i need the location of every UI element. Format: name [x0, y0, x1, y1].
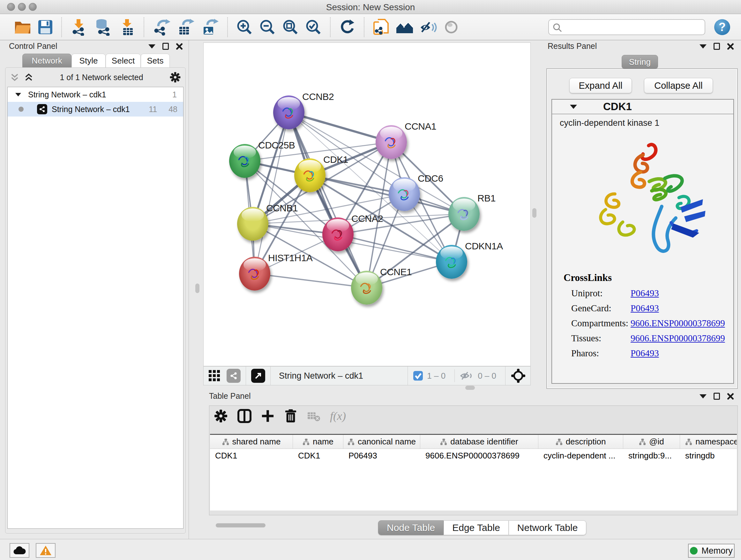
open-in-window-icon[interactable]	[251, 369, 265, 383]
network-node-HIST1H1A[interactable]	[239, 257, 270, 291]
tab-edge-table[interactable]: Edge Table	[444, 520, 509, 535]
show-all-levels-icon[interactable]	[396, 18, 414, 36]
tree-expand-icon[interactable]	[15, 93, 21, 97]
network-icon	[37, 104, 47, 114]
tab-network[interactable]: Network	[22, 54, 71, 68]
export-table-icon[interactable]	[177, 18, 195, 36]
show-hidden-icon[interactable]	[444, 18, 459, 36]
table-cell[interactable]: cyclin-dependent ...	[538, 449, 623, 462]
panel-menu-icon[interactable]	[699, 44, 706, 49]
tab-select[interactable]: Select	[106, 54, 141, 68]
network-tree: String Network – cdk1 1 String Network –…	[7, 87, 184, 529]
memory-button[interactable]: Memory	[688, 544, 735, 558]
gene-collapse-icon[interactable]	[570, 105, 577, 109]
import-table-icon[interactable]	[118, 18, 135, 36]
zoom-in-icon[interactable]	[236, 18, 253, 36]
tab-string[interactable]: String	[622, 55, 658, 69]
table-cell[interactable]: 9606.ENSP00000378699	[420, 449, 538, 462]
panel-float-icon[interactable]	[714, 43, 720, 50]
panel-menu-icon[interactable]	[148, 44, 155, 49]
network-share-icon[interactable]	[226, 369, 241, 383]
column-type-icon	[222, 438, 229, 445]
network-node-RB1[interactable]	[448, 197, 480, 231]
open-session-icon[interactable]	[14, 18, 31, 36]
export-image-icon[interactable]	[201, 18, 219, 36]
panel-float-icon[interactable]	[162, 43, 169, 50]
collapse-all-networks-icon[interactable]	[10, 73, 19, 82]
fit-target-icon[interactable]	[511, 368, 526, 383]
crosslink-link[interactable]: 9606.ENSP00000378699	[630, 318, 725, 328]
expand-all-networks-icon[interactable]	[24, 73, 33, 82]
automation-cloud-button[interactable]	[10, 543, 29, 558]
network-node-CDC6[interactable]	[389, 177, 420, 211]
warnings-button[interactable]	[36, 543, 56, 558]
network-node-CCNE1[interactable]	[351, 271, 382, 305]
zoom-fit-icon[interactable]	[282, 18, 299, 36]
column-header-database-identifier[interactable]: database identifier	[420, 435, 538, 449]
tab-node-table[interactable]: Node Table	[378, 520, 444, 535]
table-row[interactable]: CDK1CDK1P064939606.ENSP00000378699cyclin…	[210, 449, 737, 462]
network-options-gear-icon[interactable]	[170, 71, 181, 83]
table-cell[interactable]: P06493	[343, 449, 420, 462]
column-header-name[interactable]: name	[293, 435, 343, 449]
network-node-CCNB1[interactable]	[237, 207, 268, 241]
clone-network-icon[interactable]	[373, 18, 389, 36]
table-cell[interactable]: CDK1	[293, 449, 343, 462]
network-node-CCNA2[interactable]	[322, 217, 354, 251]
splitter-handle-bottom[interactable]	[465, 386, 475, 390]
column-header--id[interactable]: @id	[623, 435, 680, 449]
splitter-handle-right[interactable]	[532, 208, 536, 218]
help-icon[interactable]: ?	[714, 19, 730, 35]
network-canvas[interactable]: CCNB2CCNA1CDC25BCDK1CDC6RB1CCNB1CCNA2CDK…	[203, 43, 531, 366]
selected-nodes-checkbox-icon[interactable]	[413, 371, 423, 381]
node-table[interactable]: shared namenamecanonical namedatabase id…	[210, 434, 737, 510]
crosslink-link[interactable]: P06493	[630, 288, 659, 299]
hide-selected-icon[interactable]	[420, 18, 437, 36]
table-options-gear-icon[interactable]	[214, 409, 228, 423]
import-network-database-icon[interactable]	[94, 18, 112, 36]
delete-column-icon[interactable]	[284, 409, 297, 423]
zoom-selected-icon[interactable]	[305, 18, 322, 36]
tab-sets[interactable]: Sets	[141, 54, 170, 68]
search-input[interactable]	[565, 20, 699, 33]
network-collection-row[interactable]: String Network – cdk1 1	[8, 87, 183, 102]
tab-network-table[interactable]: Network Table	[509, 520, 587, 535]
table-cell[interactable]: stringdb	[680, 449, 737, 462]
show-columns-icon[interactable]	[238, 409, 252, 423]
birdseye-grid-icon[interactable]	[208, 369, 221, 382]
column-header-namespace[interactable]: namespace	[680, 435, 737, 449]
crosslink-link[interactable]: P06493	[630, 348, 659, 359]
table-horizontal-scrollbar[interactable]	[216, 523, 266, 527]
export-network-icon[interactable]	[152, 18, 171, 36]
column-header-canonical-name[interactable]: canonical name	[343, 435, 420, 449]
column-header-shared-name[interactable]: shared name	[210, 435, 293, 449]
network-node-CDK1[interactable]	[294, 159, 326, 192]
crosslink-link[interactable]: 9606.ENSP00000378699	[630, 333, 725, 344]
crosslink-row: Tissues: 9606.ENSP00000378699	[571, 333, 733, 344]
panel-close-icon[interactable]	[727, 393, 734, 400]
network-node-CDKN1A[interactable]	[436, 245, 467, 279]
crosslink-link[interactable]: P06493	[630, 303, 659, 314]
splitter-handle-left[interactable]	[195, 284, 199, 293]
expand-all-button[interactable]: Expand All	[569, 78, 632, 93]
create-column-icon[interactable]	[261, 409, 274, 423]
panel-close-icon[interactable]	[176, 43, 183, 50]
network-row-selected[interactable]: String Network – cdk1 11 48	[8, 102, 183, 117]
panel-close-icon[interactable]	[727, 43, 734, 50]
titlebar: Session: New Session	[0, 0, 741, 14]
tab-style[interactable]: Style	[71, 54, 106, 68]
panel-menu-icon[interactable]	[699, 394, 706, 398]
panel-float-icon[interactable]	[714, 393, 720, 400]
table-cell[interactable]: CDK1	[210, 449, 293, 462]
table-cell[interactable]: stringdb:9...	[623, 449, 680, 462]
collapse-all-button[interactable]: Collapse All	[644, 78, 713, 93]
gene-card-header[interactable]: CDK1	[552, 100, 733, 114]
import-network-file-icon[interactable]	[70, 18, 87, 36]
column-header-description[interactable]: description	[538, 435, 623, 449]
network-node-CDC25B[interactable]	[229, 144, 260, 178]
save-session-icon[interactable]	[38, 18, 53, 36]
network-node-CCNA1[interactable]	[376, 125, 407, 159]
refresh-icon[interactable]	[339, 18, 355, 36]
network-node-CCNB2[interactable]	[273, 96, 305, 129]
zoom-out-icon[interactable]	[259, 18, 276, 36]
